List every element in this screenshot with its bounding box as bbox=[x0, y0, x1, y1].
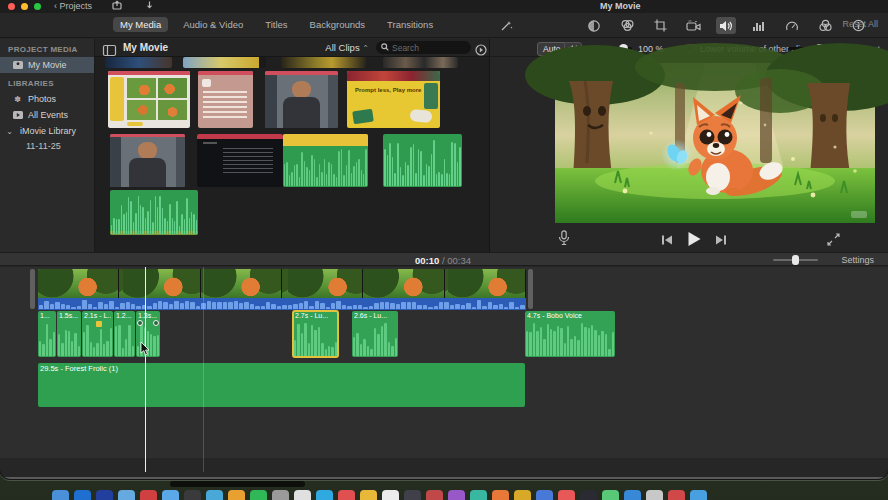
media-clip-audio-waveform-1[interactable] bbox=[283, 134, 368, 187]
video-clip-audio-track[interactable] bbox=[38, 298, 526, 310]
timeline-zoom-slider[interactable] bbox=[773, 259, 818, 261]
dock-app-icon[interactable] bbox=[470, 490, 487, 500]
media-clip-audio-waveform-2[interactable] bbox=[383, 134, 462, 187]
dock-app-icon[interactable] bbox=[52, 490, 69, 500]
volume-tool-icon[interactable] bbox=[716, 17, 736, 34]
zoom-window-button[interactable] bbox=[34, 3, 41, 10]
dock-app-icon[interactable] bbox=[272, 490, 289, 500]
dock-app-icon[interactable] bbox=[118, 490, 135, 500]
dock-app-icon[interactable] bbox=[228, 490, 245, 500]
clips-filter-dropdown[interactable]: All Clips ⌃ bbox=[325, 42, 369, 53]
media-clip-partial[interactable] bbox=[383, 57, 458, 68]
dock-app-icon[interactable] bbox=[184, 490, 201, 500]
dock-app-icon[interactable] bbox=[492, 490, 509, 500]
fade-handle[interactable] bbox=[137, 320, 143, 326]
dock[interactable] bbox=[52, 490, 707, 500]
dock-app-icon[interactable] bbox=[316, 490, 333, 500]
media-clip-terminal-window[interactable] bbox=[197, 134, 283, 187]
dock-app-icon[interactable] bbox=[646, 490, 663, 500]
video-clip-filmstrip[interactable] bbox=[38, 269, 526, 298]
tab-titles[interactable]: Titles bbox=[258, 17, 294, 32]
minimize-window-button[interactable] bbox=[21, 3, 28, 10]
playhead[interactable] bbox=[145, 267, 146, 472]
dock-app-icon[interactable] bbox=[514, 490, 531, 500]
audio-clip-2[interactable]: 1.5s... bbox=[57, 311, 81, 357]
media-clip-audio-waveform-3[interactable] bbox=[110, 190, 198, 235]
clip-trim-handle-right[interactable] bbox=[528, 269, 533, 309]
color-balance-icon[interactable] bbox=[584, 17, 604, 34]
play-button[interactable] bbox=[686, 231, 702, 251]
timeline-settings-button[interactable]: Settings bbox=[841, 255, 874, 265]
close-window-button[interactable] bbox=[8, 3, 15, 10]
timeline-zoom-knob[interactable] bbox=[792, 255, 799, 265]
sidebar-item-event-11-11-25[interactable]: 11-11-25 bbox=[0, 139, 94, 153]
dock-app-icon[interactable] bbox=[360, 490, 377, 500]
share-icon[interactable] bbox=[112, 1, 122, 12]
dock-app-icon[interactable] bbox=[338, 490, 355, 500]
media-clip-webcam-man-2[interactable] bbox=[110, 134, 185, 187]
dock-app-icon[interactable] bbox=[624, 490, 641, 500]
media-clip-webcam-man[interactable] bbox=[265, 71, 338, 128]
dock-app-icon[interactable] bbox=[690, 490, 707, 500]
tab-backgrounds[interactable]: Backgrounds bbox=[303, 17, 372, 32]
dock-app-icon[interactable] bbox=[140, 490, 157, 500]
current-time: 00:10 bbox=[415, 255, 439, 266]
dock-app-icon[interactable] bbox=[294, 490, 311, 500]
dock-app-icon[interactable] bbox=[404, 490, 421, 500]
media-clip-notes-document[interactable] bbox=[198, 71, 253, 128]
noise-reduction-eq-icon[interactable] bbox=[749, 17, 769, 34]
sidebar-item-imovie-library[interactable]: ⌄ iMovie Library bbox=[0, 123, 94, 139]
dock-app-icon[interactable] bbox=[668, 490, 685, 500]
dock-app-icon[interactable] bbox=[206, 490, 223, 500]
enhance-wand-icon[interactable] bbox=[500, 18, 513, 36]
dock-app-icon[interactable] bbox=[580, 490, 597, 500]
search-input[interactable]: Search bbox=[376, 41, 471, 54]
dock-app-icon[interactable] bbox=[74, 490, 91, 500]
clip-filters-icon[interactable] bbox=[815, 17, 835, 34]
disclosure-chevron-icon[interactable]: ⌄ bbox=[4, 127, 15, 136]
media-clip-partial[interactable] bbox=[281, 57, 366, 68]
sidebar-item-photos[interactable]: ✽ Photos bbox=[0, 91, 94, 107]
audio-clip-bobo-voice[interactable]: 4.7s - Bobo Voice bbox=[525, 311, 615, 357]
previous-frame-button[interactable] bbox=[660, 232, 673, 250]
audio-clip-4[interactable]: 1.2... bbox=[114, 311, 135, 357]
dock-app-icon[interactable] bbox=[382, 490, 399, 500]
tab-audio-video[interactable]: Audio & Video bbox=[176, 17, 250, 32]
tabs-row: My Media Audio & Video Titles Background… bbox=[0, 13, 888, 38]
sidebar-item-my-movie[interactable]: My Movie bbox=[0, 57, 94, 73]
audio-clip-selected[interactable]: 2.7s - Lu... bbox=[293, 311, 338, 357]
reset-all-button[interactable]: Reset All bbox=[842, 19, 878, 29]
media-clip-partial[interactable] bbox=[105, 57, 172, 68]
media-clip-screen-recording-grid[interactable] bbox=[108, 71, 190, 128]
tab-my-media[interactable]: My Media bbox=[113, 17, 168, 32]
color-correction-icon[interactable] bbox=[617, 17, 637, 34]
dock-app-icon[interactable] bbox=[250, 490, 267, 500]
music-clip-forest-frolic[interactable]: 29.5s - Forest Frolic (1) bbox=[38, 363, 525, 407]
clip-trim-handle-left[interactable] bbox=[30, 269, 35, 309]
desktop: ‹ Projects My Movie My Media Audio & Vid… bbox=[0, 0, 888, 500]
next-frame-button[interactable] bbox=[715, 232, 728, 250]
tab-transitions[interactable]: Transitions bbox=[380, 17, 440, 32]
dock-app-icon[interactable] bbox=[426, 490, 443, 500]
fade-handle[interactable] bbox=[153, 320, 159, 326]
back-to-projects-button[interactable]: ‹ Projects bbox=[54, 1, 92, 11]
media-clip-promo-slide[interactable]: Prompt less, Play more bbox=[347, 71, 440, 128]
audio-clip-7[interactable]: 2.6s - Lu... bbox=[352, 311, 398, 357]
voiceover-mic-icon[interactable] bbox=[558, 230, 570, 250]
sidebar-item-all-events[interactable]: All Events bbox=[0, 107, 94, 123]
dock-app-icon[interactable] bbox=[96, 490, 113, 500]
speed-icon[interactable] bbox=[782, 17, 802, 34]
dock-app-icon[interactable] bbox=[602, 490, 619, 500]
crop-icon[interactable] bbox=[650, 17, 670, 34]
audio-clip-1[interactable]: 1... bbox=[38, 311, 56, 357]
dock-app-icon[interactable] bbox=[162, 490, 179, 500]
media-clip-partial[interactable] bbox=[183, 57, 266, 68]
dock-app-icon[interactable] bbox=[558, 490, 575, 500]
stabilization-icon[interactable] bbox=[683, 17, 703, 34]
mouse-cursor bbox=[140, 342, 150, 360]
import-media-icon[interactable] bbox=[145, 1, 154, 12]
dock-app-icon[interactable] bbox=[536, 490, 553, 500]
audio-clip-3[interactable]: 2.1s - L... bbox=[82, 311, 113, 357]
dock-app-icon[interactable] bbox=[448, 490, 465, 500]
fullscreen-icon[interactable] bbox=[827, 232, 840, 250]
